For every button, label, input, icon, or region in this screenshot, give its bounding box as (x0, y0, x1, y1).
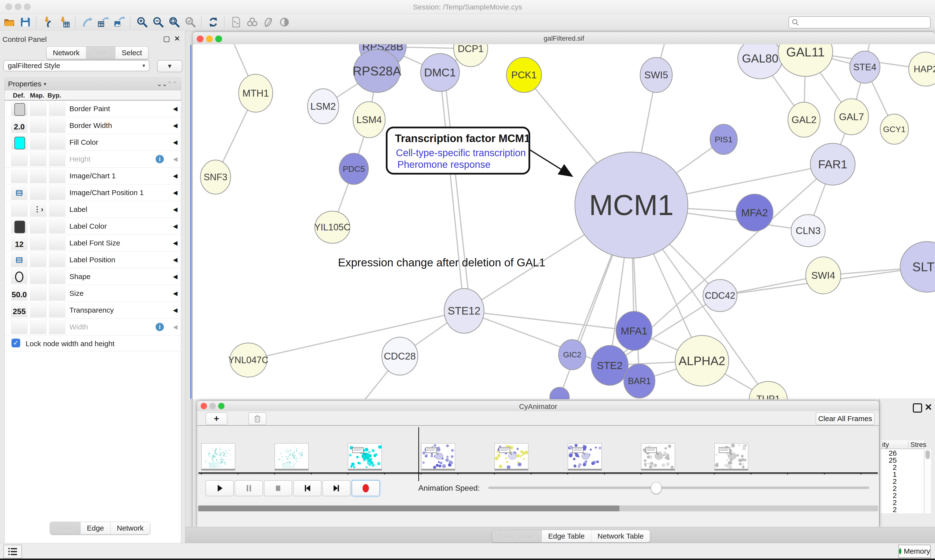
property-row-border-width[interactable]: 2.0Border Width◀ (5, 117, 181, 134)
property-row-shape[interactable]: Shape◀ (5, 268, 181, 285)
default-cell[interactable] (11, 203, 28, 217)
node-MFA1[interactable]: MFA1 (616, 311, 652, 350)
frame-thumbnail-5[interactable] (495, 443, 528, 469)
mapping-cell[interactable] (30, 102, 46, 116)
property-row-label-position[interactable]: Label Position◀ (5, 252, 181, 268)
export-network-button[interactable] (80, 15, 94, 29)
edge-extra[interactable] (446, 85, 470, 306)
frame-thumbnail-6[interactable] (568, 443, 602, 469)
record-button[interactable] (352, 480, 380, 496)
node-BAR1[interactable]: BAR1 (624, 364, 655, 398)
expand-arrow-icon[interactable]: ◀ (173, 156, 177, 163)
mapping-cell[interactable] (30, 303, 46, 317)
annotation-link-1[interactable]: Cell-type-specific transcription (396, 148, 526, 158)
node-GAL11[interactable]: GAL11 (778, 44, 833, 76)
frame-thumbnail-1[interactable] (201, 443, 235, 469)
zoom-selected-button[interactable] (184, 15, 197, 29)
property-row-label-color[interactable]: Label Color◀ (5, 218, 181, 235)
node-PCK1[interactable]: PCK1 (506, 57, 542, 92)
node-MFA2[interactable]: MFA2 (736, 194, 773, 231)
frame-thumbnail-2[interactable] (275, 443, 309, 469)
bypass-cell[interactable] (49, 253, 65, 267)
mapping-cell[interactable] (30, 119, 46, 133)
search-box[interactable] (788, 16, 930, 28)
default-cell[interactable] (11, 270, 28, 284)
property-row-size[interactable]: 50.0Size◀ (5, 285, 181, 302)
bypass-cell[interactable] (49, 203, 65, 217)
property-row-border-paint[interactable]: Border Paint◀ (5, 100, 181, 117)
hide-details-button[interactable] (262, 15, 275, 29)
tab-edge[interactable]: Edge (80, 522, 111, 534)
node-LSM4[interactable]: LSM4 (353, 102, 385, 138)
collapse-all-icon[interactable]: ⌄⌄ (157, 80, 167, 88)
node-GIC2[interactable]: GIC2 (559, 340, 586, 370)
style-selector[interactable]: galFiltered Style ▾ (3, 60, 150, 71)
stop-button[interactable] (264, 480, 292, 496)
node-MCM1[interactable]: MCM1 (575, 152, 688, 258)
bypass-cell[interactable] (49, 152, 65, 166)
default-cell[interactable] (11, 169, 28, 183)
zoom-in-button[interactable] (136, 15, 149, 29)
property-row-width[interactable]: Widthi◀ (5, 319, 181, 335)
tab-node-table[interactable]: Node Table (492, 530, 542, 542)
bypass-cell[interactable] (49, 236, 65, 250)
export-image-button[interactable] (113, 15, 126, 29)
animation-speed-slider-thumb[interactable] (651, 482, 662, 494)
expand-arrow-icon[interactable]: ◀ (173, 105, 177, 112)
tab-network-table[interactable]: Network Table (591, 530, 650, 542)
mapping-cell[interactable] (30, 236, 46, 250)
cyanimator-timeline[interactable]: 0123456789 Seconds (197, 426, 879, 474)
bypass-cell[interactable] (49, 102, 65, 116)
default-cell[interactable] (11, 152, 28, 166)
expand-arrow-icon[interactable]: ◀ (173, 240, 177, 246)
results-column-stress[interactable]: Stres (908, 441, 926, 449)
mapping-cell[interactable] (30, 152, 46, 166)
expand-arrow-icon[interactable]: ◀ (173, 290, 177, 297)
zoom-fit-button[interactable] (168, 15, 181, 29)
tab-network[interactable]: Network (111, 522, 150, 534)
node-DCP1[interactable]: DCP1 (454, 44, 488, 67)
expand-arrow-icon[interactable]: ◀ (173, 223, 177, 230)
close-panel-icon[interactable]: ✕ (924, 402, 932, 412)
network-doc-button[interactable] (229, 15, 243, 29)
edge-DMC1-STE12[interactable] (440, 72, 464, 311)
default-cell[interactable]: 50.0 (11, 286, 28, 301)
node-GAL2[interactable]: GAL2 (788, 102, 820, 137)
bypass-cell[interactable] (49, 286, 65, 301)
node-SNF3[interactable]: SNF3 (201, 160, 231, 194)
expand-arrow-icon[interactable]: ◀ (173, 256, 177, 263)
search-input[interactable] (799, 18, 930, 26)
bypass-cell[interactable] (49, 303, 65, 317)
node-YIL105C[interactable]: YIL105C (314, 211, 350, 243)
expand-all-icon[interactable]: ⌃⌃ (167, 80, 177, 88)
node-N37[interactable] (550, 387, 569, 399)
import-table-button[interactable] (57, 15, 71, 29)
mapping-cell[interactable] (30, 186, 46, 200)
node-DMC1[interactable]: DMC1 (421, 54, 460, 91)
default-cell[interactable]: 12 (11, 236, 28, 250)
node-PIS1[interactable]: PIS1 (710, 124, 737, 154)
lock-size-checkbox[interactable]: ✓ (11, 338, 20, 348)
property-row-height[interactable]: Heighti◀ (5, 151, 181, 168)
play-button[interactable] (205, 480, 234, 496)
node-HAP2[interactable]: HAP2 (909, 52, 935, 86)
expand-arrow-icon[interactable]: ◀ (173, 206, 177, 213)
tab-edge-table[interactable]: Edge Table (542, 530, 591, 542)
property-row-label[interactable]: ⋮›Label◀ (5, 201, 181, 218)
mapping-cell[interactable] (30, 219, 46, 234)
clear-all-frames-button[interactable]: Clear All Frames (816, 412, 875, 425)
mapping-cell[interactable] (30, 169, 46, 183)
default-cell[interactable] (11, 102, 28, 116)
mapping-cell[interactable] (30, 270, 46, 284)
node-RPS28A[interactable]: RPS28A (353, 50, 401, 92)
node-CDC42[interactable]: CDC42 (703, 280, 737, 312)
property-row-image-chart-position-1[interactable]: Image/Chart Position 1◀ (5, 185, 181, 201)
node-LSM2[interactable]: LSM2 (307, 89, 339, 124)
timeline-playhead[interactable] (418, 427, 419, 481)
results-column-radiality[interactable]: ity (882, 441, 889, 449)
default-cell[interactable]: 255 (11, 303, 28, 317)
node-MTH1[interactable]: MTH1 (239, 74, 273, 112)
network-canvas[interactable]: RPS28BDCP1RPS28ADMC1PCK1MTH1LSM2LSM4SNF3… (193, 44, 935, 399)
contrast-button[interactable] (278, 15, 291, 29)
results-scrollbar[interactable] (924, 449, 931, 514)
